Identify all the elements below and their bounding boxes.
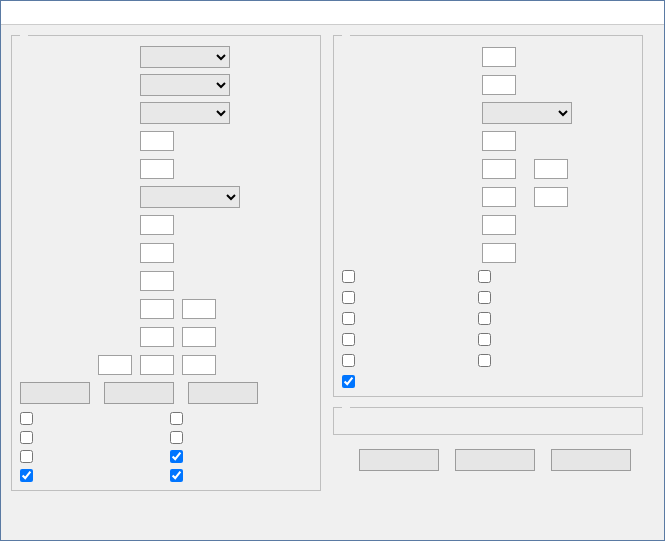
trim-improved-only-check[interactable] (478, 270, 634, 283)
set-abi-limits-check[interactable] (342, 375, 472, 388)
auto-start-checkbox[interactable] (170, 412, 183, 425)
archive-traces-check[interactable] (20, 450, 162, 463)
qualtrace-button[interactable] (188, 382, 258, 404)
peaktrace-license-group (333, 407, 643, 435)
noise-raw-data-check[interactable] (478, 291, 634, 304)
clear-range-trim-end-input[interactable] (534, 159, 568, 179)
skip-short-traces-check[interactable] (170, 431, 312, 444)
true-profile-check[interactable] (20, 431, 162, 444)
basecaller-select[interactable] (140, 186, 240, 208)
trim-3-end-only-checkbox[interactable] (170, 450, 183, 463)
archive-traces-checkbox[interactable] (20, 450, 33, 463)
auto-start-check[interactable] (170, 412, 312, 425)
input-overwrite-check[interactable] (342, 354, 472, 367)
extra-baseline-input[interactable] (482, 243, 516, 263)
q-average-trim-window-input[interactable] (182, 299, 216, 319)
q-count-trim-bases-input[interactable] (140, 355, 174, 375)
phd-file-output-select[interactable] (140, 102, 230, 124)
simple-mixed-basecall-check[interactable] (478, 312, 634, 325)
cancel-button[interactable] (455, 449, 535, 471)
no-peak-resolution-checkbox[interactable] (342, 312, 355, 325)
content (1, 25, 664, 497)
mixed-peak-threshold-input[interactable] (140, 159, 174, 179)
force-processing-checkbox[interactable] (342, 270, 355, 283)
trim-improved-only-checkbox[interactable] (478, 270, 491, 283)
n-base-threshold-input[interactable] (140, 131, 174, 151)
extra-smoothing-level-input[interactable] (482, 187, 516, 207)
copy-other-files-checkbox[interactable] (20, 412, 33, 425)
fuse-trace-at-base-input[interactable] (140, 215, 174, 235)
force-processing-check[interactable] (342, 270, 472, 283)
n-base-trim-window-input[interactable] (182, 327, 216, 347)
unicode-logfile-checkbox[interactable] (342, 333, 355, 346)
use-edited-basecalls-checkbox[interactable] (478, 354, 491, 367)
window (0, 0, 665, 541)
n-base-trim-value-input[interactable] (140, 327, 174, 347)
extra-smoothing-base-input[interactable] (534, 187, 568, 207)
extra-normalization-checkbox[interactable] (478, 333, 491, 346)
skip-short-traces-checkbox[interactable] (170, 431, 183, 444)
advanced-options-group (333, 35, 643, 397)
no-peak-resolution-check[interactable] (342, 312, 472, 325)
simple-mixed-basecall-checkbox[interactable] (478, 312, 491, 325)
options-group (11, 35, 321, 491)
check-for-update-check[interactable] (20, 469, 162, 482)
clean-baseline-check[interactable] (170, 469, 312, 482)
clean-baseline-checkbox[interactable] (170, 469, 183, 482)
copy-other-files-check[interactable] (20, 412, 162, 425)
trace-file-output-select[interactable] (140, 46, 230, 68)
reset-button[interactable] (551, 449, 631, 471)
use-edited-basecalls-check[interactable] (478, 354, 634, 367)
skip-short-pcr-base-input[interactable] (482, 131, 516, 151)
fuse-basecall-at-base-input[interactable] (140, 243, 174, 263)
proxy-button[interactable] (104, 382, 174, 404)
noise-raw-data-checkbox[interactable] (478, 291, 491, 304)
q-count-trim-value-input[interactable] (98, 355, 132, 375)
left-column (11, 35, 321, 491)
q-count-trim-window-input[interactable] (182, 355, 216, 375)
true-profile-checkbox[interactable] (20, 431, 33, 444)
good-quality-threshold-input[interactable] (482, 75, 516, 95)
extra-normalization-check[interactable] (478, 333, 634, 346)
set-abi-limits-checkbox[interactable] (342, 375, 355, 388)
input-overwrite-checkbox[interactable] (342, 354, 355, 367)
stealth-mode-check[interactable] (342, 291, 472, 304)
footer-buttons (333, 445, 643, 471)
right-column (333, 35, 643, 491)
check-new-files-input[interactable] (140, 271, 174, 291)
unicode-logfile-check[interactable] (342, 333, 472, 346)
signal-start-peak-select[interactable] (482, 102, 572, 124)
seq-file-output-select[interactable] (140, 74, 230, 96)
trim-3-end-only-check[interactable] (170, 450, 312, 463)
clear-range-trim-start-input[interactable] (482, 159, 516, 179)
good-base-improvement-input[interactable] (482, 47, 516, 67)
save-button[interactable] (359, 449, 439, 471)
secondary-noise-peaks-input[interactable] (482, 215, 516, 235)
titlebar (1, 1, 664, 25)
check-for-update-checkbox[interactable] (20, 469, 33, 482)
license-button[interactable] (20, 382, 90, 404)
q-average-trim-value-input[interactable] (140, 299, 174, 319)
stealth-mode-checkbox[interactable] (342, 291, 355, 304)
